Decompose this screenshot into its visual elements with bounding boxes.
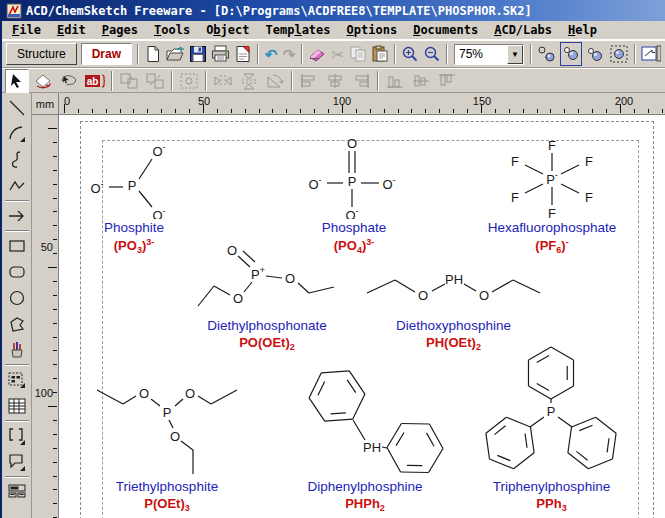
- 3d-rotation-button[interactable]: [584, 42, 606, 66]
- align-left-button[interactable]: [297, 69, 321, 93]
- table-tool-button[interactable]: [3, 367, 30, 393]
- 3d-viewer-button[interactable]: [560, 42, 582, 66]
- flip-top-bottom-button[interactable]: [237, 69, 261, 93]
- brackets-icon: [7, 426, 27, 446]
- compound-name: Triphenylphosphine: [474, 479, 629, 494]
- separator: [634, 44, 636, 64]
- group-button[interactable]: [117, 69, 141, 93]
- title-bar[interactable]: ACD/ChemSketch Freeware - [D:\Programs\A…: [2, 0, 665, 21]
- open-button[interactable]: [165, 42, 186, 66]
- text-tool-button[interactable]: ab: [83, 69, 107, 93]
- eraser-icon: [308, 45, 327, 63]
- menu-item-options[interactable]: Options: [339, 22, 406, 38]
- ruler-mark: 100: [333, 95, 351, 107]
- canvas[interactable]: O-PO-O-Phosphite(PO3)3-OPO-O-O-Phosphate…: [59, 115, 665, 518]
- compound-triethylphosphite[interactable]: POOOTriethylphosphiteP(OEt)3: [87, 378, 247, 513]
- horizontal-ruler: 050100150200: [59, 93, 665, 115]
- grid-table-tool-button[interactable]: [3, 393, 30, 419]
- 3d-optimization-button[interactable]: [536, 42, 558, 66]
- menu-item-object[interactable]: Object: [198, 22, 257, 38]
- rectangle-tool-button[interactable]: [3, 233, 30, 259]
- new-document-button[interactable]: [143, 42, 163, 66]
- align-middle-button[interactable]: [409, 69, 433, 93]
- select-tool-button[interactable]: [5, 69, 29, 93]
- draw-mode-button[interactable]: Draw: [81, 43, 132, 65]
- compound-phosphite[interactable]: O-PO-O-Phosphite(PO3)3-: [74, 141, 194, 255]
- polygon-tool-button[interactable]: [3, 311, 30, 337]
- undo-button[interactable]: ↶: [263, 42, 279, 66]
- print-icon: [211, 45, 230, 63]
- ungroup-button[interactable]: [143, 69, 167, 93]
- redo-icon: ↷: [283, 47, 296, 62]
- 3d-selection-button[interactable]: [608, 42, 630, 66]
- print-button[interactable]: [210, 42, 231, 66]
- lasso-tool-button[interactable]: [57, 69, 81, 93]
- menu-item-templates[interactable]: Templates: [258, 22, 339, 38]
- rounded-rectangle-tool-button[interactable]: [3, 259, 30, 285]
- menu-item-documents[interactable]: Documents: [405, 22, 486, 38]
- menu-item-edit[interactable]: Edit: [49, 22, 94, 38]
- structure-drawing: PHOO: [361, 265, 546, 317]
- text-icon: ab: [84, 72, 106, 90]
- separator: [137, 44, 139, 64]
- compound-triphenylphosphine[interactable]: PTriphenylphosphinePPh3: [474, 345, 629, 513]
- copy-page-button[interactable]: [640, 42, 662, 66]
- zoom-dropdown-button[interactable]: ▼: [507, 45, 523, 64]
- separator: [446, 44, 448, 64]
- zoom-in-button[interactable]: [400, 42, 420, 66]
- compound-diphenylphosphine[interactable]: PHDiphenylphosphinePHPh2: [285, 350, 445, 513]
- compound-phosphate[interactable]: OPO-O-O-Phosphate(PO4)3-: [294, 133, 414, 255]
- zoom-select[interactable]: 75% ▼: [454, 44, 524, 65]
- brackets-tool-button[interactable]: [3, 423, 30, 449]
- save-button[interactable]: [188, 42, 208, 66]
- arrow-tool-button[interactable]: [3, 203, 30, 229]
- rotate-tool-button[interactable]: [31, 69, 55, 93]
- menu-item-acdlabs[interactable]: ACD/Labs: [486, 22, 560, 38]
- atom-label: O-: [152, 206, 165, 220]
- compound-name: Phosphate: [294, 220, 414, 235]
- layout-tool-button[interactable]: [3, 479, 30, 505]
- menu-item-pages[interactable]: Pages: [94, 22, 146, 38]
- atom-label: F: [511, 190, 519, 205]
- compound-name: Diphenylphosphine: [285, 479, 445, 494]
- compound-diethylphosphonate[interactable]: OP+OODiethylphosphonatePO(OEt)2: [192, 240, 342, 352]
- callout-tool-button[interactable]: [3, 449, 30, 475]
- ruler-mark: 200: [615, 95, 633, 107]
- menu-item-help[interactable]: Help: [560, 22, 605, 38]
- 3d-viewer-icon: [561, 45, 581, 63]
- arc-tool-button[interactable]: [3, 121, 30, 147]
- drawing-palette: [2, 93, 32, 518]
- menu-item-file[interactable]: File: [4, 22, 49, 38]
- eraser-button[interactable]: [307, 42, 328, 66]
- ellipse-tool-button[interactable]: [3, 285, 30, 311]
- redo-button[interactable]: ↷: [281, 42, 297, 66]
- rotate-90-button[interactable]: [263, 69, 287, 93]
- zoom-in-icon: [401, 45, 419, 63]
- line-tool-button[interactable]: [3, 95, 30, 121]
- flip-left-right-button[interactable]: [211, 69, 235, 93]
- atom-label: P+: [251, 265, 265, 282]
- compound-hexafluorophosphate[interactable]: FFFFFFP-Hexafluorophosphate(PF6)-: [472, 137, 632, 255]
- compound-formula: (PO3)3-: [74, 237, 194, 255]
- marquee-select-button[interactable]: [177, 69, 201, 93]
- ellipse-icon: [7, 288, 27, 308]
- polyline-tool-button[interactable]: [3, 173, 30, 199]
- compound-formula: (PF6)-: [472, 237, 632, 255]
- structure-mode-button[interactable]: Structure: [6, 43, 77, 65]
- align-center-button[interactable]: [323, 69, 347, 93]
- atom-label: O: [479, 288, 489, 303]
- atom-label: PH: [363, 440, 381, 455]
- align-right-button[interactable]: [349, 69, 373, 93]
- align-top-button[interactable]: [435, 69, 459, 93]
- spline-tool-button[interactable]: [3, 147, 30, 173]
- zoom-out-button[interactable]: [422, 42, 442, 66]
- markers-tool-button[interactable]: [3, 337, 30, 363]
- 3d-optimization-icon: [537, 45, 557, 63]
- copy-button[interactable]: [348, 42, 368, 66]
- export-pdf-button[interactable]: [233, 42, 253, 66]
- align-bottom-button[interactable]: [383, 69, 407, 93]
- cut-button[interactable]: ✂: [330, 42, 346, 66]
- menu-item-tools[interactable]: Tools: [146, 22, 198, 38]
- compound-diethoxyphosphine[interactable]: PHOODiethoxyphosphinePH(OEt)2: [361, 265, 546, 352]
- paste-button[interactable]: [370, 42, 390, 66]
